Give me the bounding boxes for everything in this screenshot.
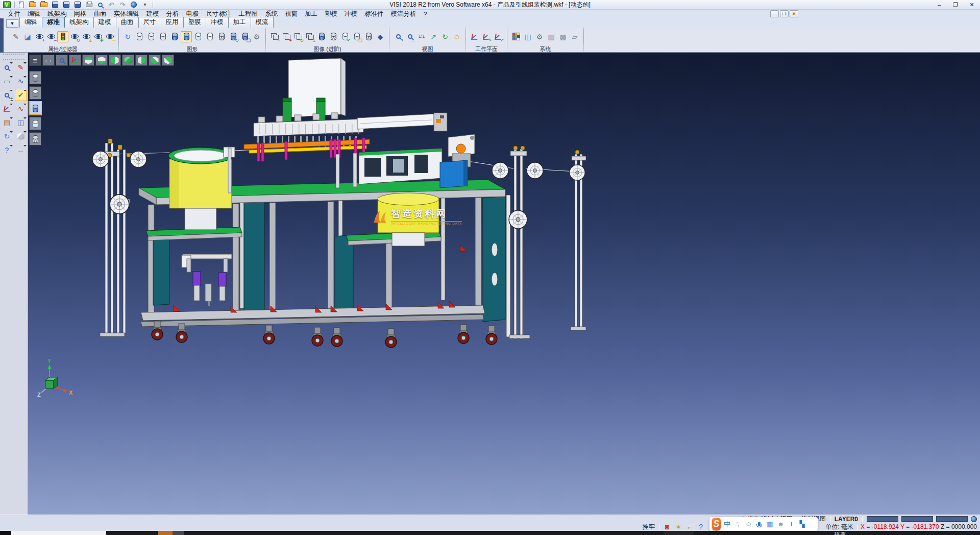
view-left-icon-glyph[interactable] — [109, 55, 120, 66]
lock-toggle[interactable]: 拴牢 — [641, 523, 656, 531]
osnap-status-icon[interactable]: ◙ — [662, 523, 673, 531]
display-wireframe-icon-glyph[interactable] — [30, 72, 41, 83]
license-key-status-icon[interactable]: ⌐ — [684, 523, 695, 531]
capsule-shaded-icon[interactable] — [316, 31, 327, 42]
show-hide-toggle-icon[interactable]: ± — [81, 31, 92, 42]
toolbar-tab-item[interactable]: 曲面 — [116, 17, 139, 28]
wcs-triad-icon[interactable] — [69, 55, 81, 66]
color-palette-icon[interactable] — [510, 31, 522, 42]
pick-filter-status-icon[interactable]: ✶ — [673, 523, 684, 531]
taskbar-segment[interactable] — [184, 531, 664, 535]
flat-mode-icon[interactable] — [204, 31, 215, 42]
export-icon[interactable] — [73, 1, 82, 9]
soft-keyboard-icon[interactable]: ▦ — [765, 519, 775, 529]
viewport-menu-icon[interactable]: ≡ — [29, 55, 41, 66]
workspace-plane-icon[interactable]: ▱ — [569, 31, 580, 42]
toolbar-tab-item[interactable]: 尺寸 — [138, 17, 161, 28]
close-button[interactable]: ✕ — [964, 1, 980, 9]
open-file-icon[interactable] — [28, 1, 37, 9]
toolbar-tab-item[interactable]: 应用 — [161, 17, 184, 28]
minimize-button[interactable]: – — [931, 1, 947, 9]
modify-attributes-icon[interactable]: ✎ — [10, 31, 21, 42]
open-model-icon[interactable] — [39, 1, 48, 9]
solids-toggle-icon[interactable]: ± — [304, 31, 315, 42]
pan-view-icon[interactable]: ↗ — [428, 31, 439, 42]
regen-graphics-icon[interactable]: ↻ — [122, 31, 133, 42]
status-bar-slot-1[interactable] — [867, 516, 898, 522]
new-file-icon[interactable] — [17, 1, 26, 9]
print-icon[interactable] — [84, 1, 93, 9]
wcs-triad-icon-glyph[interactable] — [69, 55, 81, 66]
taskbar-segment[interactable] — [158, 531, 173, 535]
display-translucent-icon[interactable] — [29, 117, 41, 130]
hidden-line-mode-icon[interactable] — [145, 31, 157, 42]
toolbar-tab-item[interactable]: 冲模 — [206, 17, 229, 28]
view-back-icon[interactable] — [162, 55, 174, 66]
view-bottom-icon[interactable] — [95, 55, 108, 66]
qat-dropdown-icon[interactable]: ▾ — [140, 1, 150, 9]
view-bottom-icon-glyph[interactable] — [96, 55, 107, 66]
emoji-icon[interactable]: ☺ — [744, 519, 753, 529]
os-taskbar[interactable]: 15:38 — [0, 531, 980, 535]
shaded-edges-mode-icon[interactable] — [181, 31, 192, 42]
copy-graphics-icon[interactable]: ❏ — [239, 31, 251, 42]
skin-icon[interactable]: T — [787, 519, 796, 529]
zoom-box-icon[interactable] — [56, 55, 68, 66]
voice-input-icon[interactable] — [754, 519, 764, 529]
wireframe-mode-icon[interactable] — [134, 31, 145, 42]
rotate-view-icon[interactable]: ↻ — [439, 31, 451, 42]
zoom-box-icon-glyph[interactable] — [56, 55, 67, 66]
menu-item[interactable]: 冲模 — [341, 10, 361, 18]
taskbar-segment[interactable] — [173, 531, 184, 535]
display-shaded-icon-glyph[interactable] — [30, 103, 41, 114]
shaded-mode-icon[interactable] — [169, 31, 180, 42]
account-icon[interactable]: ☻ — [776, 519, 786, 529]
display-translucent-icon-glyph[interactable] — [30, 118, 41, 129]
toolbar-tab-item[interactable]: 编辑 — [19, 17, 42, 28]
toolbox-icon[interactable]: ▚ — [797, 519, 807, 529]
workplane-edit-icon[interactable]: ✎ — [481, 31, 492, 42]
taskbar-segment[interactable] — [11, 531, 106, 535]
help-status-icon[interactable]: ? — [696, 523, 706, 531]
mdi-minimize-button[interactable]: — — [770, 10, 779, 17]
session-icon[interactable] — [129, 1, 138, 9]
show-all-icon[interactable]: ✚ — [92, 31, 104, 42]
capsule-striped-icon[interactable] — [328, 31, 339, 42]
tab-dropdown-button[interactable]: ▼ — [6, 19, 18, 28]
display-hidden-line-icon[interactable] — [29, 86, 41, 100]
zoom-window-icon[interactable]: + — [393, 31, 404, 42]
display-hidden-line-icon-glyph[interactable] — [30, 87, 41, 99]
validate-solid-icon[interactable]: ✔ — [339, 31, 351, 42]
toolbar-tab-item[interactable]: 加工 — [228, 17, 251, 28]
toolbar-tab-item[interactable]: 线架构 — [64, 17, 94, 28]
system-settings-icon[interactable]: ⚙ — [534, 31, 545, 42]
view-iso-icon[interactable] — [122, 55, 134, 66]
diamond-solid-icon[interactable]: ◆ — [375, 31, 386, 42]
solids-filter-icon[interactable]: ● — [281, 31, 292, 42]
refresh-visibility-icon[interactable]: ↻ — [69, 31, 80, 42]
view-iso-icon-glyph[interactable] — [122, 55, 134, 66]
hatched-mode-icon[interactable] — [216, 31, 227, 42]
mdi-close-button[interactable]: ✕ — [790, 10, 798, 17]
display-wireframe-icon[interactable] — [29, 71, 41, 84]
display-hatched-icon[interactable] — [29, 132, 41, 145]
toolbar-tab-item[interactable]: 模流 — [251, 17, 274, 28]
save-icon[interactable] — [51, 1, 60, 9]
translucent-mode-icon[interactable] — [192, 31, 204, 42]
snap-grid-icon[interactable]: ▩ — [557, 31, 569, 42]
measure-distance-icon[interactable]: ↔ — [15, 144, 27, 156]
status-bar-slot-3[interactable] — [936, 516, 968, 522]
toolbar-tab-active[interactable]: 标准 — [42, 17, 65, 28]
sogou-logo-icon[interactable]: S — [712, 519, 721, 529]
menu-item[interactable]: ? — [420, 11, 431, 18]
spline-edit-icon[interactable]: ∿ — [15, 103, 27, 115]
display-settings-icon[interactable]: ◫ — [522, 31, 533, 42]
hide-all-icon[interactable]: ━ — [104, 31, 115, 42]
maximize-button[interactable]: ❐ — [947, 1, 964, 9]
display-shaded-icon[interactable] — [29, 102, 41, 115]
workplane-move-icon[interactable]: ↗ — [493, 31, 504, 42]
view-top-icon-glyph[interactable] — [83, 55, 94, 66]
view-right-icon-glyph[interactable] — [136, 55, 147, 66]
visibility-filter-icon[interactable] — [57, 31, 68, 42]
menu-item[interactable]: 加工 — [301, 10, 321, 18]
